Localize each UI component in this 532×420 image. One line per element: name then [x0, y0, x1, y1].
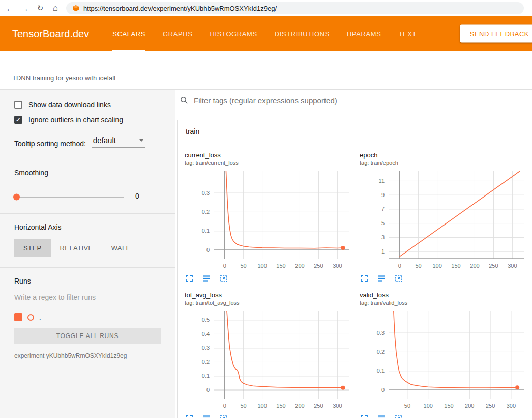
svg-text:0.3: 0.3: [377, 330, 385, 336]
chart-title: valid_loss: [360, 291, 527, 299]
fullscreen-icon[interactable]: [360, 274, 369, 283]
line-chart[interactable]: 00.10.20.30.40.5050100150200250300: [185, 308, 352, 413]
run-name[interactable]: .: [39, 314, 41, 321]
top-nav: SCALARS GRAPHS HISTOGRAMS DISTRIBUTIONS …: [112, 16, 417, 51]
chart-valid-loss: valid_loss tag: train/valid_loss 00.10.2…: [360, 291, 527, 418]
send-feedback-button[interactable]: SEND FEEDBACK: [460, 25, 532, 43]
data-table-icon[interactable]: [202, 274, 211, 283]
svg-text:100: 100: [424, 403, 433, 409]
axis-step-button[interactable]: STEP: [14, 239, 51, 257]
line-chart[interactable]: 1357911050100150200250300: [360, 168, 527, 273]
chart-actions: [360, 274, 527, 283]
svg-text:0: 0: [223, 403, 226, 409]
horizontal-axis-label: Horizontal Axis: [14, 223, 161, 231]
show-download-checkbox[interactable]: [14, 101, 22, 109]
axis-relative-button[interactable]: RELATIVE: [51, 239, 102, 257]
tab-distributions[interactable]: DISTRIBUTIONS: [275, 16, 330, 51]
run-checkbox[interactable]: [14, 313, 22, 321]
tab-hparams[interactable]: HPARAMS: [347, 16, 381, 51]
svg-text:50: 50: [416, 263, 422, 269]
svg-text:50: 50: [241, 263, 247, 269]
fit-domain-icon[interactable]: [394, 414, 403, 418]
browser-chrome: ← → ↻ ⌂ https://tensorboard.dev/experime…: [0, 0, 532, 16]
smoothing-value-input[interactable]: [134, 191, 161, 203]
svg-text:3: 3: [381, 234, 385, 240]
chart-current-loss: current_loss tag: train/current_loss 00.…: [185, 151, 352, 283]
run-color-swatch: [27, 314, 34, 321]
fullscreen-icon[interactable]: [360, 414, 369, 418]
svg-text:9: 9: [381, 192, 385, 198]
svg-text:5: 5: [381, 220, 385, 226]
tab-scalars[interactable]: SCALARS: [112, 16, 145, 51]
axis-mode-group: STEP RELATIVE WALL: [14, 239, 161, 257]
svg-text:100: 100: [432, 263, 441, 269]
svg-text:200: 200: [470, 263, 479, 269]
runs-section: Runs . TOGGLE ALL RUNS experiment yKUbhb…: [0, 267, 175, 359]
tab-histograms[interactable]: HISTOGRAMS: [210, 16, 257, 51]
svg-text:0.2: 0.2: [202, 359, 210, 365]
ignore-outliers-checkbox[interactable]: [14, 116, 22, 124]
search-icon: [180, 96, 189, 105]
forward-icon[interactable]: →: [20, 4, 29, 13]
tooltip-sorting-row: Tooltip sorting method: default: [14, 136, 161, 149]
fit-domain-icon[interactable]: [394, 274, 403, 283]
fullscreen-icon[interactable]: [185, 274, 194, 283]
chart-tot-avg-loss: tot_avg_loss tag: train/tot_avg_loss 00.…: [185, 291, 352, 418]
tag-group-title[interactable]: train: [178, 120, 532, 143]
tab-text[interactable]: TEXT: [399, 16, 417, 51]
smoothing-section: Smoothing: [0, 159, 175, 203]
back-icon[interactable]: ←: [5, 4, 14, 13]
experiment-description: TDNN training for yesno with icefall: [0, 51, 532, 90]
svg-text:0.2: 0.2: [377, 349, 385, 355]
toggle-all-runs-button[interactable]: TOGGLE ALL RUNS: [14, 328, 161, 344]
line-chart[interactable]: 00.10.20.350100150200250300: [360, 308, 527, 413]
address-bar[interactable]: https://tensorboard.dev/experiment/yKUbh…: [66, 2, 524, 14]
smoothing-slider[interactable]: [14, 197, 124, 198]
fit-domain-icon[interactable]: [219, 274, 228, 283]
chevron-down-icon: [139, 139, 144, 142]
svg-text:0.3: 0.3: [202, 190, 210, 196]
svg-text:100: 100: [257, 263, 267, 269]
show-download-label: Show data download links: [28, 101, 111, 109]
svg-text:11: 11: [379, 178, 385, 184]
svg-text:150: 150: [276, 403, 285, 409]
svg-text:150: 150: [451, 263, 460, 269]
tooltip-sorting-select[interactable]: default: [92, 136, 145, 148]
fit-domain-icon[interactable]: [219, 414, 228, 418]
smoothing-label: Smoothing: [14, 169, 161, 177]
svg-text:0.1: 0.1: [202, 228, 210, 234]
scalars-main: train current_loss tag: train/current_lo…: [175, 90, 532, 418]
svg-text:250: 250: [314, 263, 323, 269]
svg-text:1: 1: [381, 248, 385, 255]
svg-text:0: 0: [223, 263, 226, 269]
chart-actions: [360, 414, 527, 418]
chart-epoch: epoch tag: train/epoch 13579110501001502…: [360, 151, 527, 283]
data-table-icon[interactable]: [377, 414, 386, 418]
tensorboard-favicon: [72, 5, 79, 12]
svg-text:300: 300: [333, 263, 342, 269]
fullscreen-icon[interactable]: [185, 414, 194, 418]
svg-text:150: 150: [444, 403, 453, 409]
url-text: https://tensorboard.dev/experiment/yKUbh…: [83, 5, 277, 12]
svg-text:250: 250: [486, 403, 495, 409]
reload-icon[interactable]: ↻: [36, 4, 45, 13]
svg-text:0.5: 0.5: [202, 317, 210, 323]
tag-filter-input[interactable]: [194, 96, 528, 105]
data-table-icon[interactable]: [377, 274, 386, 283]
chart-tag: tag: train/current_loss: [185, 160, 352, 166]
svg-text:7: 7: [381, 206, 385, 212]
brand-logo[interactable]: TensorBoard.dev: [12, 28, 89, 40]
tag-filter-row: [175, 90, 532, 110]
tab-graphs[interactable]: GRAPHS: [163, 16, 193, 51]
line-chart[interactable]: 00.10.20.3050100150200250300: [185, 168, 352, 273]
svg-text:0.4: 0.4: [202, 331, 210, 337]
axis-wall-button[interactable]: WALL: [102, 239, 139, 257]
runs-filter-input[interactable]: [14, 289, 161, 305]
chart-tag: tag: train/epoch: [360, 160, 527, 166]
data-table-icon[interactable]: [202, 414, 211, 418]
chart-title: epoch: [360, 151, 527, 159]
smoothing-slider-thumb[interactable]: [13, 194, 20, 201]
home-icon[interactable]: ⌂: [51, 3, 60, 13]
svg-text:0: 0: [381, 387, 385, 393]
chart-tag: tag: train/tot_avg_loss: [185, 300, 352, 306]
